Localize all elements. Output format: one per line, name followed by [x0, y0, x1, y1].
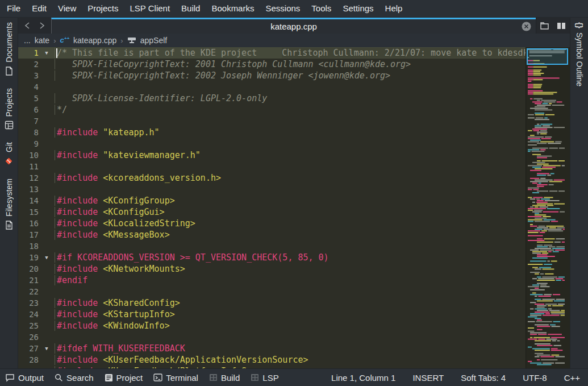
- fold-arrow-icon[interactable]: ▼: [39, 255, 55, 260]
- minimap-scrollbar[interactable]: [526, 47, 570, 368]
- menu-tools[interactable]: Tools: [306, 0, 337, 17]
- menu-help[interactable]: Help: [380, 0, 408, 17]
- code-area[interactable]: 1▼/* This file is part of the KDE projec…: [18, 47, 526, 368]
- code-line[interactable]: 9: [18, 138, 526, 150]
- menu-bookmarks[interactable]: Bookmarks: [206, 0, 260, 17]
- code-text: #include <KMessageBox>: [55, 230, 526, 240]
- code-text: SPDX-License-Identifier: LGPL-2.0-only: [55, 93, 526, 103]
- code-text: #include "kateviewmanager.h": [55, 150, 526, 160]
- statusbar-button-build[interactable]: Build: [209, 373, 240, 383]
- new-document-icon[interactable]: [540, 22, 549, 30]
- code-line[interactable]: 8#include "kateapp.h": [18, 127, 526, 138]
- statusbar-button-terminal[interactable]: Terminal: [153, 373, 198, 383]
- code-line[interactable]: 4: [18, 81, 526, 93]
- code-line[interactable]: 21#endif: [18, 275, 526, 286]
- code-line[interactable]: 2 SPDX-FileCopyrightText: 2001 Christoph…: [18, 59, 526, 70]
- statusbar-file-type[interactable]: C++: [564, 373, 580, 383]
- close-icon[interactable]: [522, 22, 531, 31]
- minimap-viewport[interactable]: [527, 48, 568, 65]
- code-text: #include <kcoreaddons_version.h>: [55, 173, 526, 183]
- code-text: #ifdef WITH_KUSERFEEDBACK: [55, 343, 526, 354]
- sidebar-item-projects[interactable]: Projects: [5, 88, 14, 130]
- code-line[interactable]: 15#include <KConfigGui>: [18, 206, 526, 218]
- menu-view[interactable]: View: [52, 0, 82, 17]
- code-line[interactable]: 25#include <KWindowInfo>: [18, 320, 526, 331]
- line-number: 2: [18, 60, 39, 69]
- sidebar-label: Documents: [5, 22, 14, 63]
- line-number: 26: [18, 333, 39, 342]
- statusbar-button-output[interactable]: Output: [5, 373, 44, 383]
- statusbar-cursor-position[interactable]: Line 1, Column 1: [331, 373, 395, 383]
- code-line[interactable]: 24#include <KStartupInfo>: [18, 309, 526, 320]
- lsp-icon: [251, 373, 259, 381]
- statusbar-button-label: Terminal: [166, 373, 198, 383]
- code-line[interactable]: 16#include <KLocalizedString>: [18, 218, 526, 229]
- menu-settings[interactable]: Settings: [337, 0, 379, 17]
- line-number: 27: [18, 344, 39, 353]
- code-line[interactable]: 13: [18, 184, 526, 195]
- tab-kateapp-cpp[interactable]: kateapp.cpp: [51, 18, 536, 34]
- terminal-icon: [153, 373, 162, 381]
- code-line[interactable]: 1▼/* This file is part of the KDE projec…: [18, 47, 526, 59]
- code-line[interactable]: 23#include <KSharedConfig>: [18, 297, 526, 309]
- editor[interactable]: 1▼/* This file is part of the KDE projec…: [18, 47, 570, 368]
- forward-icon[interactable]: [39, 22, 45, 29]
- breadcrumb-folder[interactable]: kate: [35, 36, 49, 45]
- menu-edit[interactable]: Edit: [26, 0, 52, 17]
- code-line[interactable]: 7: [18, 115, 526, 127]
- cpp-icon: c++: [60, 36, 69, 44]
- code-line[interactable]: 17#include <KMessageBox>: [18, 229, 526, 240]
- code-line[interactable]: 6*/: [18, 104, 526, 115]
- sidebar-item-filesystem[interactable]: Filesystem: [5, 179, 14, 230]
- statusbar-tab-settings[interactable]: Soft Tabs: 4: [461, 373, 506, 383]
- code-line[interactable]: 26: [18, 331, 526, 343]
- code-line[interactable]: 29#include <KUserFeedback/PlatformInfoSo…: [18, 366, 526, 368]
- split-view-icon[interactable]: [557, 22, 566, 30]
- line-number: 25: [18, 321, 39, 330]
- code-line[interactable]: 28#include <KUserFeedback/ApplicationVer…: [18, 354, 526, 366]
- braces-icon: {}: [575, 22, 584, 28]
- code-line[interactable]: 3 SPDX-FileCopyrightText: 2002 Joseph We…: [18, 70, 526, 81]
- widget-icon: [127, 36, 136, 44]
- menu-projects[interactable]: Projects: [82, 0, 124, 17]
- symbol-outline-label: Symbol Outline: [575, 32, 584, 86]
- menu-build[interactable]: Build: [176, 0, 206, 17]
- breadcrumb-symbol[interactable]: appSelf: [140, 36, 167, 45]
- line-number: 7: [18, 117, 39, 126]
- code-line[interactable]: 14#include <KConfigGroup>: [18, 195, 526, 206]
- sidebar-item-documents[interactable]: Documents: [5, 22, 14, 76]
- breadcrumb-ellipsis[interactable]: ...: [24, 36, 31, 45]
- code-line[interactable]: 27▼#ifdef WITH_KUSERFEEDBACK: [18, 343, 526, 354]
- breadcrumb-file[interactable]: kateapp.cpp: [73, 36, 116, 45]
- menu-file[interactable]: File: [1, 0, 26, 17]
- code-text: #include <KNetworkMounts>: [55, 264, 526, 274]
- code-line[interactable]: 19▼#if KCOREADDONS_VERSION >= QT_VERSION…: [18, 252, 526, 263]
- search-icon: [55, 373, 63, 382]
- code-text: #include <KSharedConfig>: [55, 298, 526, 308]
- line-number: 19: [18, 253, 39, 262]
- code-line[interactable]: 11: [18, 161, 526, 172]
- fold-arrow-icon[interactable]: ▼: [39, 346, 55, 351]
- back-icon[interactable]: [24, 22, 31, 29]
- sidebar-item-git[interactable]: Git: [4, 142, 14, 166]
- line-number: 13: [18, 185, 39, 194]
- statusbar-insert-mode[interactable]: INSERT: [412, 373, 444, 383]
- fold-arrow-icon[interactable]: ▼: [39, 50, 55, 56]
- code-line[interactable]: 18: [18, 240, 526, 252]
- statusbar-encoding[interactable]: UTF-8: [523, 373, 547, 383]
- statusbar-button-lsp[interactable]: LSP: [251, 373, 278, 383]
- line-number: 8: [18, 128, 39, 137]
- code-line[interactable]: 5 SPDX-License-Identifier: LGPL-2.0-only: [18, 93, 526, 104]
- menu-lsp-client[interactable]: LSP Client: [124, 0, 176, 17]
- code-line[interactable]: 10#include "kateviewmanager.h": [18, 150, 526, 161]
- code-line[interactable]: 20#include <KNetworkMounts>: [18, 263, 526, 275]
- line-number: 22: [18, 287, 39, 296]
- sidebar-item-symbol-outline[interactable]: {} Symbol Outline: [575, 22, 584, 86]
- code-line[interactable]: 22: [18, 286, 526, 297]
- menu-sessions[interactable]: Sessions: [260, 0, 306, 17]
- statusbar-button-search[interactable]: Search: [55, 373, 94, 383]
- statusbar-button-project[interactable]: Project: [105, 373, 143, 383]
- line-number: 21: [18, 276, 39, 285]
- git-icon: [4, 156, 14, 166]
- code-line[interactable]: 12#include <kcoreaddons_version.h>: [18, 172, 526, 184]
